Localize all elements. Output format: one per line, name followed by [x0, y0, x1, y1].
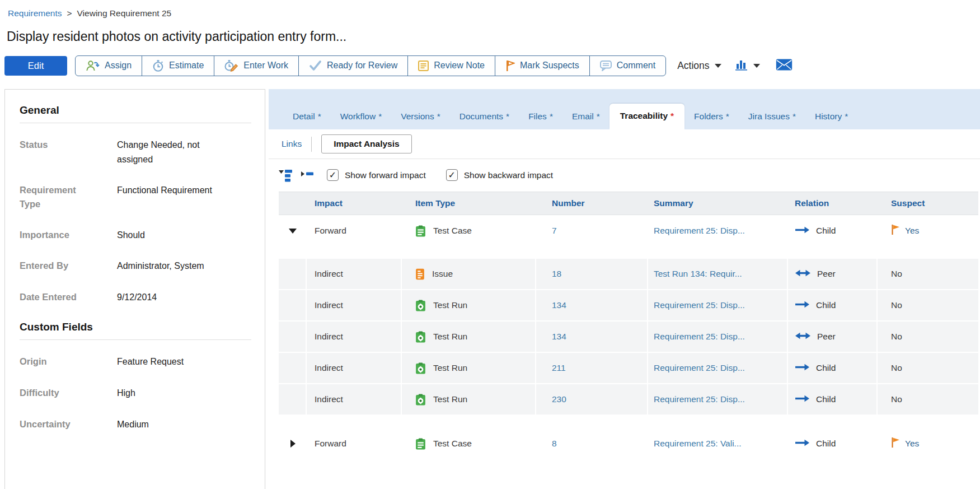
expand-cell — [279, 259, 307, 289]
column-header-suspect: Suspect — [878, 192, 978, 215]
subtab-links[interactable]: Links — [282, 139, 302, 149]
breadcrumb-current: Viewing Requirement 25 — [77, 8, 172, 18]
comment-button[interactable]: Comment — [589, 56, 665, 76]
assign-button[interactable]: Assign — [76, 56, 142, 76]
field-label: Origin — [20, 355, 82, 369]
tab-asterisk: * — [378, 111, 382, 121]
edit-button[interactable]: Edit — [4, 56, 67, 76]
section-divider — [20, 339, 251, 340]
field-row-uncertainty: Uncertainty Medium — [20, 417, 251, 432]
field-row-entered-by: Entered By Administrator, System — [20, 259, 251, 273]
impact-cell: Forward — [307, 215, 402, 246]
table-header-row: Impact Item Type Number Summary Relation… — [279, 192, 978, 215]
breadcrumb: Requirements > Viewing Requirement 25 — [8, 8, 171, 18]
relation-child-arrow-icon — [795, 363, 810, 373]
estimate-button[interactable]: Estimate — [142, 56, 214, 76]
check-icon — [309, 60, 322, 71]
item-number-link[interactable]: 18 — [552, 269, 561, 279]
subtab-impact-analysis[interactable]: Impact Analysis — [321, 134, 411, 153]
test-case-icon — [415, 438, 426, 450]
assign-person-icon — [86, 60, 100, 72]
item-summary-link[interactable]: Requirement 25: Vali... — [654, 439, 742, 449]
breadcrumb-separator: > — [67, 8, 72, 18]
email-button[interactable] — [776, 59, 793, 73]
relation-cell: Child — [788, 353, 878, 383]
field-row-origin: Origin Feature Request — [20, 355, 251, 369]
tab-history[interactable]: History* — [805, 105, 857, 129]
item-summary-link[interactable]: Requirement 25: Disp... — [654, 332, 745, 342]
actions-label: Actions — [677, 60, 709, 72]
impact-cell: Forward — [307, 428, 402, 459]
column-header-impact: Impact — [307, 192, 402, 215]
field-label: Status — [20, 138, 82, 166]
relation-peer-arrow-icon — [795, 332, 811, 342]
breadcrumb-requirements-link[interactable]: Requirements — [8, 8, 62, 18]
item-number-link[interactable]: 8 — [552, 439, 557, 449]
field-label: Uncertainty — [20, 417, 82, 432]
suspect-cell: Yes — [878, 428, 978, 459]
test-run-icon — [415, 394, 426, 406]
relation-cell: Child — [788, 290, 878, 320]
tab-asterisk: * — [318, 111, 321, 121]
tab-files[interactable]: Files* — [519, 105, 562, 129]
tab-email[interactable]: Email* — [562, 105, 609, 129]
item-summary-link[interactable]: Requirement 25: Disp... — [654, 226, 745, 236]
field-value: Feature Request — [117, 355, 184, 369]
ready-for-review-button[interactable]: Ready for Review — [298, 56, 407, 76]
enter-work-button[interactable]: Enter Work — [214, 56, 298, 76]
actions-dropdown[interactable]: Actions — [677, 60, 721, 72]
review-note-button[interactable]: Review Note — [407, 56, 495, 76]
field-value: High — [117, 386, 135, 400]
test-run-icon — [415, 362, 426, 374]
item-summary-link[interactable]: Test Run 134: Requir... — [654, 269, 742, 279]
traceability-subtabs: Links Impact Analysis — [269, 129, 980, 159]
item-summary-link[interactable]: Requirement 25: Disp... — [654, 363, 745, 373]
section-heading: General — [20, 104, 251, 117]
tab-asterisk: * — [793, 111, 796, 121]
item-type-cell: Test Case — [402, 215, 536, 246]
stopwatch-pencil-icon — [224, 60, 238, 72]
tab-asterisk: * — [506, 111, 509, 121]
mark-suspects-button[interactable]: Mark Suspects — [495, 56, 589, 76]
expand-row-icon[interactable] — [290, 440, 296, 448]
suspect-cell: No — [878, 384, 978, 415]
item-number-link[interactable]: 134 — [552, 300, 566, 310]
show-backward-impact-checkbox[interactable] — [446, 169, 458, 181]
tab-asterisk: * — [550, 111, 553, 121]
chevron-down-icon — [715, 64, 721, 68]
table-row: Indirect Test Run 230 Requirement 25: Di… — [279, 384, 978, 416]
tab-workflow[interactable]: Workflow* — [331, 105, 392, 129]
expand-all-icon[interactable] — [279, 168, 294, 182]
tab-versions[interactable]: Versions* — [391, 105, 450, 129]
page-title: Display resident photos on activity part… — [7, 29, 346, 44]
field-row-date-entered: Date Entered 9/12/2014 — [20, 290, 251, 305]
tab-detail[interactable]: Detail* — [283, 105, 331, 129]
item-summary-link[interactable]: Requirement 25: Disp... — [654, 300, 745, 310]
collapse-row-icon[interactable] — [289, 229, 297, 234]
section-divider — [20, 123, 251, 123]
item-number-link[interactable]: 7 — [552, 226, 557, 236]
section-heading: Custom Fields — [20, 321, 251, 333]
field-row-difficulty: Difficulty High — [20, 386, 251, 400]
show-forward-impact-group: Show forward impact — [327, 169, 426, 181]
item-number-link[interactable]: 134 — [552, 332, 566, 342]
tab-documents[interactable]: Documents* — [450, 105, 519, 129]
item-number-link[interactable]: 211 — [552, 363, 566, 373]
tab-jira-issues[interactable]: Jira Issues* — [739, 105, 805, 129]
toolbar: Edit Assign Estimate Enter Work Ready fo… — [4, 55, 977, 76]
field-label: Entered By — [20, 259, 82, 273]
item-summary-link[interactable]: Requirement 25: Disp... — [654, 394, 745, 404]
field-value: 9/12/2014 — [117, 290, 157, 305]
collapse-all-icon[interactable] — [301, 171, 315, 179]
chart-dropdown[interactable] — [735, 58, 760, 73]
show-forward-impact-checkbox[interactable] — [327, 169, 339, 181]
tab-folders[interactable]: Folders* — [684, 105, 739, 129]
tab-traceability[interactable]: Traceability* — [609, 104, 684, 129]
table-row: Indirect Issue 18 Test Run 134: Requir..… — [279, 259, 978, 290]
main-panel: Detail* Workflow* Versions* Documents* F… — [269, 89, 980, 489]
relation-cell: Peer — [788, 322, 878, 352]
item-number-link[interactable]: 230 — [552, 394, 566, 404]
suspect-cell: No — [878, 259, 978, 289]
column-header-summary: Summary — [648, 192, 788, 215]
tab-asterisk: * — [437, 111, 440, 121]
